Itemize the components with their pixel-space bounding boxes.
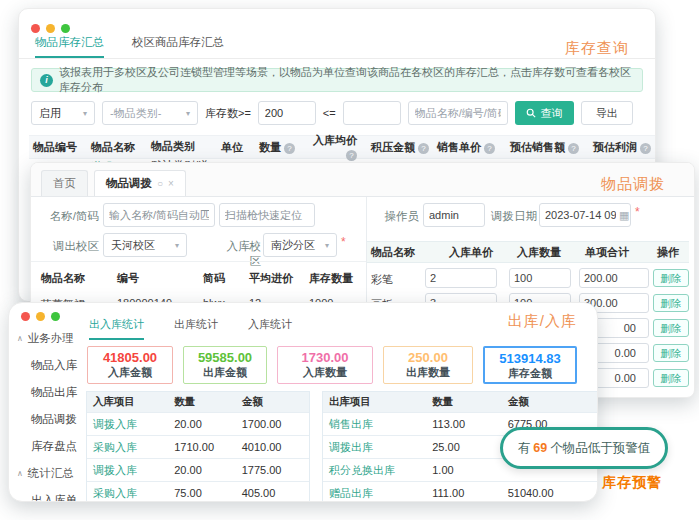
- required-asterisk: *: [635, 205, 640, 219]
- inventory-query-label: 库存查询: [565, 39, 629, 58]
- table-header: 入库项目 数量 金额: [87, 392, 309, 412]
- stock-min-input[interactable]: [258, 101, 316, 125]
- delete-button[interactable]: 删除: [653, 344, 689, 362]
- in-item-link[interactable]: 调拨入库: [87, 417, 168, 432]
- window-controls: [21, 312, 60, 321]
- low-stock-warning-callout: 有 69 个物品低于预警值: [500, 427, 668, 469]
- chevron-down-icon: ▾: [186, 109, 190, 118]
- col-header: 入库均价?: [299, 133, 361, 161]
- calendar-icon[interactable]: ▦: [619, 209, 629, 222]
- close-tab-icon[interactable]: ×: [168, 178, 174, 189]
- col-header: 操作: [657, 245, 679, 260]
- item-transfer-label: 物品调拨: [601, 175, 665, 194]
- out-campus-select[interactable]: 天河校区 ▾: [103, 233, 187, 257]
- sidebar-item-item-out[interactable]: 物品出库: [9, 379, 87, 406]
- status-select[interactable]: 启用 ▾: [31, 101, 95, 125]
- in-item-link[interactable]: 采购入库: [87, 440, 168, 455]
- chevron-down-icon: ▾: [175, 241, 179, 250]
- stock-warning-label: 库存预警: [602, 474, 662, 492]
- stock-table-divider: [31, 261, 366, 262]
- stat-in-amount: 41805.00 入库金额: [87, 346, 173, 384]
- in-items-table: 入库项目 数量 金额 调拨入库 20.00 1700.00 采购入库 1710.…: [86, 391, 310, 502]
- col-header: 物品名称: [371, 245, 415, 260]
- col-header: 数量?: [251, 140, 299, 155]
- tab-item-stock-summary[interactable]: 物品库存汇总: [35, 35, 104, 58]
- out-item-link[interactable]: 积分兑换出库: [323, 463, 426, 478]
- help-icon[interactable]: ?: [484, 143, 495, 154]
- tab-out-stats[interactable]: 出库统计: [174, 317, 218, 340]
- col-header: 入库单价: [449, 245, 493, 260]
- window-controls: [31, 24, 70, 33]
- scan-locate-input[interactable]: [219, 203, 315, 227]
- help-icon[interactable]: ?: [418, 143, 429, 154]
- in-item-link[interactable]: 调拨入库: [87, 463, 168, 478]
- delete-button[interactable]: 删除: [653, 369, 689, 387]
- col-header: 物品名称: [87, 140, 147, 155]
- in-campus-label: 入库校区: [217, 239, 261, 269]
- col-header: 物品编号: [29, 140, 87, 155]
- sidebar-item-stocktake[interactable]: 库存盘点: [9, 433, 87, 460]
- required-asterisk: *: [341, 235, 346, 249]
- maximize-window-icon[interactable]: [61, 24, 70, 33]
- out-item-link[interactable]: 销售出库: [323, 417, 426, 432]
- tab-campus-stock-summary[interactable]: 校区商品库存汇总: [132, 35, 224, 58]
- stats-tabbar: 出入库统计 出库统计 入库统计: [89, 317, 292, 340]
- tab-home[interactable]: 首页: [41, 170, 88, 196]
- delete-button[interactable]: 删除: [653, 269, 689, 287]
- help-icon[interactable]: ?: [640, 143, 651, 154]
- warning-count: 69: [533, 441, 547, 455]
- sidebar-group-business[interactable]: ∧ 业务办理: [9, 325, 87, 352]
- stock-max-label: <=: [323, 107, 336, 119]
- sidebar-item-item-transfer[interactable]: 物品调拨: [9, 406, 87, 433]
- tab-in-stats[interactable]: 入库统计: [248, 317, 292, 340]
- sidebar-item-in-out-orders[interactable]: 出入库单: [9, 487, 87, 502]
- col-header: 单项合计: [585, 245, 629, 260]
- callout-prefix: 有: [518, 440, 531, 457]
- export-button[interactable]: 导出: [581, 101, 633, 125]
- stock-max-input[interactable]: [343, 101, 401, 125]
- delete-button[interactable]: 删除: [653, 294, 689, 312]
- maximize-window-icon[interactable]: [51, 312, 60, 321]
- out-item-link[interactable]: 赠品出库: [323, 486, 426, 501]
- caret-up-icon: ∧: [17, 469, 23, 478]
- out-item-link[interactable]: 调拨出库: [323, 440, 426, 455]
- stat-boxes: 41805.00 入库金额 59585.00 出库金额 1730.00 入库数量…: [87, 346, 577, 384]
- tab-item-transfer[interactable]: 物品调拨 ○ ×: [94, 170, 186, 196]
- search-input[interactable]: [408, 101, 508, 125]
- close-window-icon[interactable]: [21, 312, 30, 321]
- help-icon[interactable]: ?: [346, 150, 357, 161]
- table-row: 调拨入库 20.00 1775.00: [87, 458, 309, 481]
- sidebar-item-item-in[interactable]: 物品入库: [9, 352, 87, 379]
- col-header: 入库数量: [517, 245, 561, 260]
- help-icon[interactable]: ?: [568, 143, 579, 154]
- in-out-stats-window: 出库/入库 ∧ 业务办理 物品入库 物品出库 物品调拨 库存盘点 ∧ 统计汇总 …: [8, 302, 598, 502]
- total-input[interactable]: [579, 268, 649, 288]
- help-icon[interactable]: ?: [284, 143, 295, 154]
- qty-input[interactable]: [509, 268, 571, 288]
- in-out-label: 出库/入库: [508, 312, 577, 331]
- stat-out-amount: 59585.00 出库金额: [183, 346, 267, 384]
- close-window-icon[interactable]: [31, 24, 40, 33]
- transfer-item-name: 彩笔: [371, 272, 393, 287]
- transfer-date-input[interactable]: [539, 203, 631, 227]
- operator-input[interactable]: [423, 203, 485, 227]
- refresh-icon[interactable]: ○: [157, 178, 163, 189]
- price-input[interactable]: [425, 268, 497, 288]
- minimize-window-icon[interactable]: [36, 312, 45, 321]
- transfer-date-label: 调拨日期: [489, 209, 537, 224]
- name-match-input[interactable]: [103, 203, 215, 227]
- category-select[interactable]: -物品类别- ▾: [102, 101, 198, 125]
- sidebar-group-stats[interactable]: ∧ 统计汇总: [9, 460, 87, 487]
- col-header: 库存数量: [309, 271, 353, 286]
- col-header: 编号: [117, 271, 139, 286]
- col-header: 物品类别: [147, 140, 217, 153]
- tab-in-out-stats[interactable]: 出入库统计: [89, 317, 144, 340]
- delete-button[interactable]: 删除: [653, 319, 689, 337]
- in-item-link[interactable]: 采购入库: [87, 486, 168, 501]
- inventory-tabbar: 物品库存汇总 校区商品库存汇总: [19, 9, 655, 59]
- stock-min-label: 库存数>=: [205, 106, 251, 121]
- query-button[interactable]: 查询: [515, 101, 574, 125]
- in-campus-select[interactable]: 南沙分区 ▾: [263, 233, 337, 257]
- transfer-tabbar: 首页 物品调拨 ○ ×: [31, 163, 694, 197]
- minimize-window-icon[interactable]: [46, 24, 55, 33]
